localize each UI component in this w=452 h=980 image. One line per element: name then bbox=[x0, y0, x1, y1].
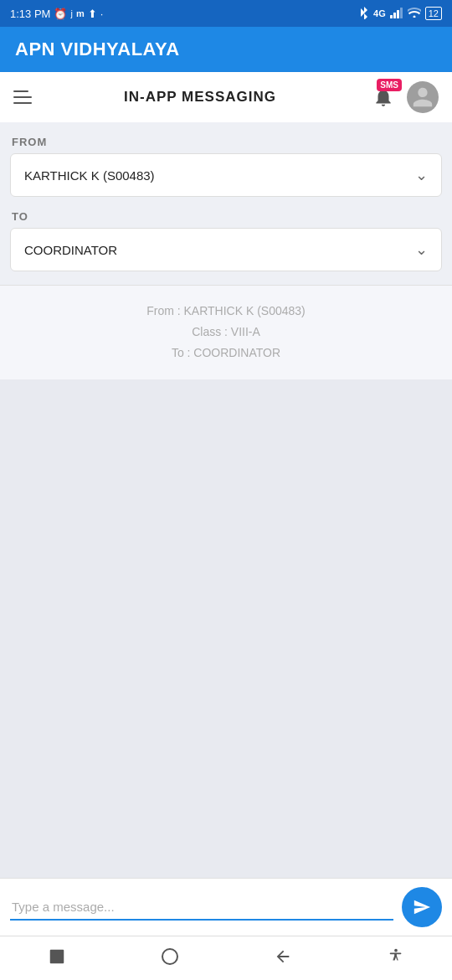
svg-point-6 bbox=[394, 949, 398, 952]
bottom-input-bar bbox=[0, 878, 452, 936]
svg-rect-2 bbox=[397, 10, 399, 18]
svg-rect-3 bbox=[400, 8, 403, 18]
menu-button[interactable] bbox=[13, 90, 32, 104]
svg-rect-1 bbox=[393, 13, 396, 18]
toolbar-icons: SMS bbox=[368, 81, 439, 113]
from-dropdown[interactable]: KARTHICK K (S00483) ⌄ bbox=[10, 153, 442, 197]
signal-icon bbox=[390, 7, 403, 21]
info-from: From : KARTHICK K (S00483) bbox=[10, 301, 442, 322]
m-icon: m bbox=[76, 8, 85, 18]
nav-accessibility-button[interactable] bbox=[384, 945, 408, 968]
nav-back-button[interactable] bbox=[271, 945, 295, 968]
info-panel: From : KARTHICK K (S00483) Class : VIII-… bbox=[0, 285, 452, 379]
avatar-icon bbox=[411, 85, 434, 109]
from-value: KARTHICK K (S00483) bbox=[24, 168, 155, 183]
home-icon bbox=[160, 946, 180, 967]
sms-badge: SMS bbox=[377, 79, 402, 91]
upload-icon: ⬆ bbox=[88, 8, 97, 20]
notification-bell-button[interactable]: SMS bbox=[368, 82, 398, 112]
nav-home-button[interactable] bbox=[158, 945, 182, 968]
status-bar-time: 1:13 PM ⏰ j m ⬆ · bbox=[10, 8, 103, 20]
to-dropdown[interactable]: COORDINATOR ⌄ bbox=[10, 228, 442, 271]
chat-area bbox=[0, 379, 452, 878]
toolbar: IN-APP MESSAGING SMS bbox=[0, 72, 452, 122]
app-header: APN VIDHYALAYA bbox=[0, 27, 452, 72]
dot-icon: · bbox=[100, 8, 104, 20]
to-label: TO bbox=[10, 210, 442, 223]
form-area: FROM KARTHICK K (S00483) ⌄ TO COORDINATO… bbox=[0, 122, 452, 285]
alarm-icon: ⏰ bbox=[54, 8, 67, 20]
app-title: APN VIDHYALAYA bbox=[15, 39, 180, 59]
to-chevron-icon: ⌄ bbox=[415, 240, 428, 259]
info-class: Class : VIII-A bbox=[10, 322, 442, 343]
jio-icon: j bbox=[70, 8, 72, 18]
svg-rect-4 bbox=[49, 950, 64, 964]
svg-point-5 bbox=[162, 949, 177, 964]
battery-icon: 12 bbox=[425, 7, 442, 20]
back-icon bbox=[274, 947, 292, 966]
status-bar-icons: 4G 12 bbox=[359, 6, 442, 22]
time-display: 1:13 PM bbox=[10, 8, 50, 20]
svg-rect-0 bbox=[390, 15, 393, 18]
network-icon: 4G bbox=[373, 8, 386, 18]
nav-bar bbox=[0, 936, 452, 980]
wifi-icon bbox=[408, 8, 421, 20]
status-bar: 1:13 PM ⏰ j m ⬆ · 4G 12 bbox=[0, 0, 452, 27]
stop-icon bbox=[48, 947, 66, 966]
from-label: FROM bbox=[10, 136, 442, 148]
nav-stop-button[interactable] bbox=[45, 945, 69, 968]
toolbar-title: IN-APP MESSAGING bbox=[124, 89, 276, 106]
message-input[interactable] bbox=[10, 895, 393, 921]
info-to: To : COORDINATOR bbox=[10, 343, 442, 364]
from-chevron-icon: ⌄ bbox=[415, 166, 428, 184]
accessibility-icon bbox=[387, 947, 405, 966]
bluetooth-icon bbox=[359, 6, 369, 22]
send-icon bbox=[413, 898, 431, 916]
avatar[interactable] bbox=[407, 81, 439, 113]
to-value: COORDINATOR bbox=[24, 243, 117, 257]
send-button[interactable] bbox=[402, 887, 442, 927]
